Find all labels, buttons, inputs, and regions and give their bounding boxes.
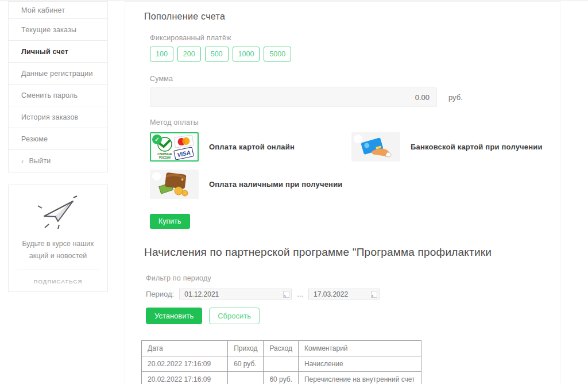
period-label: Период: — [146, 290, 174, 298]
col-header-expense: Расход — [264, 341, 299, 356]
sidebar-item-change-password[interactable]: Сменить пароль — [9, 85, 107, 106]
payment-method-label: Метод оплаты — [150, 118, 560, 126]
fixed-amounts: 100 200 500 1000 5000 — [150, 47, 560, 62]
method-card-on-delivery-label: Банковской картой при получении — [411, 143, 543, 151]
col-header-income: Приход — [228, 341, 264, 356]
table-row: 20.02.2022 17:16:09 60 руб. Перечисление… — [142, 372, 421, 384]
method-card-on-delivery[interactable]: Банковской картой при получении — [351, 132, 560, 162]
wallet-icon — [157, 172, 192, 197]
amount-button-200[interactable]: 200 — [177, 47, 201, 62]
svg-text:СБЕРБАНК: СБЕРБАНК — [157, 153, 172, 156]
cell-comment: Начисление — [298, 356, 421, 372]
sum-input[interactable] — [150, 87, 437, 107]
sidebar: Мой кабинет Текущие заказы Личный счет Д… — [8, 1, 108, 292]
sidebar-item-logout[interactable]: ‹ Выйти — [9, 150, 107, 172]
divider — [17, 270, 99, 270]
sidebar-item-registration-data[interactable]: Данные регистрации — [9, 63, 107, 85]
sidebar-item-current-orders[interactable]: Текущие заказы — [9, 19, 107, 41]
accruals-table: Дата Приход Расход Комментарий 20.02.202… — [141, 340, 421, 384]
radio-unchecked-icon — [152, 172, 161, 181]
cell-date: 20.02.2022 17:16:09 — [142, 372, 228, 384]
date-to-wrap: 1 — [308, 289, 380, 299]
currency-label: руб. — [448, 93, 463, 102]
sidebar-item-order-history[interactable]: История заказов — [9, 106, 107, 128]
method-card-online[interactable]: СБЕРБАНК РОССИИ VISA ✓ О — [150, 132, 351, 162]
sum-section: Сумма руб. — [150, 75, 560, 107]
amount-button-5000[interactable]: 5000 — [264, 47, 291, 62]
card-online-image: СБЕРБАНК РОССИИ VISA ✓ — [150, 132, 199, 162]
radio-unchecked-icon — [354, 135, 362, 143]
table-row: 20.02.2022 17:16:09 60 руб. Начисление — [142, 356, 421, 372]
payment-method-section: Метод оплаты СБЕРБАНК РОССИИ — [150, 118, 560, 199]
col-header-comment: Комментарий — [298, 341, 421, 356]
set-period-button[interactable]: Установить — [146, 308, 202, 324]
calendar-icon[interactable]: 1 — [371, 291, 377, 298]
period-filter-section: Фильтр по периоду Период: 1 ... 1 Устано… — [146, 274, 560, 324]
period-filter-label: Фильтр по периоду — [146, 274, 560, 282]
sum-label: Сумма — [150, 75, 560, 83]
fixed-payment-label: Фиксированный платёж — [150, 34, 560, 42]
sidebar-item-resume[interactable]: Резюме — [9, 128, 107, 150]
sidebar-item-my-cabinet[interactable]: Мой кабинет — [9, 2, 107, 19]
subscribe-button[interactable]: ПОДПИСАТЬСЯ — [33, 278, 82, 285]
amount-button-500[interactable]: 500 — [205, 47, 229, 62]
method-cash-on-delivery[interactable]: Оплата наличными при получении — [150, 170, 351, 199]
col-header-date: Дата — [142, 341, 228, 356]
calendar-icon[interactable]: 1 — [283, 291, 289, 298]
amount-button-1000[interactable]: 1000 — [233, 47, 260, 62]
date-to-input[interactable] — [308, 289, 380, 299]
hand-with-card-icon — [357, 136, 395, 159]
topup-title: Пополнение счета — [144, 11, 560, 22]
svg-text:РОССИИ: РОССИИ — [159, 156, 171, 159]
cell-income: 60 руб. — [228, 356, 264, 372]
fixed-payment-section: Фиксированный платёж 100 200 500 1000 50… — [150, 34, 560, 62]
buy-button[interactable]: Купить — [150, 214, 190, 229]
table-header-row: Дата Приход Расход Комментарий — [142, 341, 421, 356]
cell-comment: Перечисление на внутренний счет — [298, 372, 421, 384]
chevron-left-icon: ‹ — [21, 157, 24, 166]
amount-button-100[interactable]: 100 — [150, 47, 173, 62]
cell-expense: 60 руб. — [264, 372, 299, 384]
period-separator: ... — [297, 290, 303, 298]
account-menu: Мой кабинет Текущие заказы Личный счет Д… — [8, 1, 108, 172]
date-from-wrap: 1 — [179, 289, 292, 299]
cell-date: 20.02.2022 17:16:09 — [142, 356, 228, 372]
cell-expense — [264, 356, 299, 372]
method-card-online-label: Оплата картой онлайн — [209, 143, 295, 151]
partner-program-title: Начисления по партнерской программе "Про… — [144, 246, 560, 259]
reset-period-button[interactable]: Сбросить — [209, 308, 260, 324]
cash-on-delivery-image — [150, 170, 199, 199]
sidebar-item-personal-account[interactable]: Личный счет — [9, 41, 107, 63]
method-cash-on-delivery-label: Оплата наличными при получении — [209, 180, 343, 189]
main-content: Пополнение счета Фиксированный платёж 10… — [125, 1, 560, 384]
date-from-input[interactable] — [179, 289, 292, 299]
cell-income — [228, 372, 264, 384]
newsletter-widget: Будьте в курсе наших акций и новостей ПО… — [8, 185, 108, 292]
paper-plane-icon — [35, 195, 81, 231]
newsletter-text: Будьте в курсе наших акций и новостей — [9, 238, 107, 262]
card-on-delivery-image — [351, 132, 400, 162]
check-icon: ✓ — [152, 135, 162, 144]
